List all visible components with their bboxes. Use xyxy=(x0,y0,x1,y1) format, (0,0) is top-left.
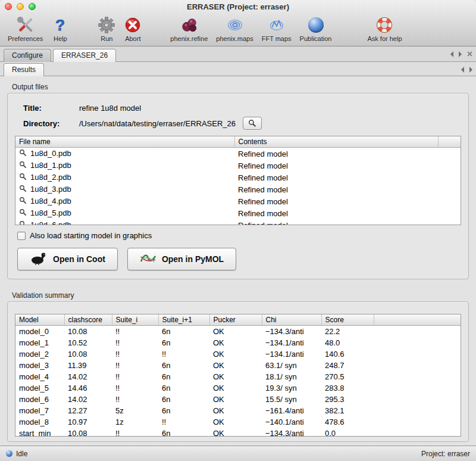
column-header[interactable]: Model xyxy=(15,314,64,326)
main-tabstrip: Configure ERRASER_26 xyxy=(0,46,476,62)
open-in-coot-label: Open in Coot xyxy=(53,254,105,264)
subtab-scroll-right-icon[interactable] xyxy=(469,67,472,73)
open-in-pymol-label: Open in PyMOL xyxy=(162,254,224,264)
output-files-table[interactable]: File nameContents 1u8d_0.pdbRefined mode… xyxy=(15,136,461,225)
validation-row[interactable]: model_810.971z!!OK−140.1/anti478.6 xyxy=(15,416,461,428)
toolbar-label: Help xyxy=(54,35,67,42)
magnifier-icon xyxy=(19,173,27,182)
phenix-maps-icon xyxy=(226,15,244,35)
output-files-groupbox: Title: refine 1u8d model Directory: /Use… xyxy=(7,93,469,279)
magnifier-icon xyxy=(19,220,27,225)
file-row[interactable]: 1u8d_4.pdbRefined model xyxy=(15,195,461,207)
toolbar-publication[interactable]: Publication xyxy=(296,15,336,42)
close-button[interactable] xyxy=(5,3,12,10)
results-tabstrip: Results xyxy=(0,62,476,76)
toolbar-run[interactable]: Run xyxy=(93,15,120,42)
directory-row: Directory: /Users/nat/data/testing/erras… xyxy=(23,117,453,130)
publication-icon xyxy=(308,15,324,35)
validation-table[interactable]: ModelclashscoreSuite_iSuite_i+1PuckerChi… xyxy=(15,314,461,437)
lifebuoy-icon xyxy=(375,15,393,35)
fft-maps-icon xyxy=(268,15,286,35)
open-in-coot-button[interactable]: Open in Coot xyxy=(17,248,118,270)
toolbar-label: Preferences xyxy=(8,35,43,42)
toolbar-label: phenix.refine xyxy=(170,35,208,42)
preferences-icon xyxy=(17,15,35,35)
toolbar-label: phenix.maps xyxy=(216,35,253,42)
column-header-filler xyxy=(438,136,461,148)
toolbar: Preferences ? Help xyxy=(0,13,476,46)
tab-scroll-left-icon[interactable] xyxy=(450,51,453,57)
column-header[interactable]: Score xyxy=(321,314,374,326)
tab-results[interactable]: Results xyxy=(4,63,44,76)
open-in-pymol-button[interactable]: Open in PyMOL xyxy=(127,248,236,270)
subtab-scroll-left-icon[interactable] xyxy=(461,67,464,73)
titlebar[interactable]: ERRASER (Project: erraser) xyxy=(0,0,476,13)
directory-value: /Users/nat/data/testing/erraser/ERRASER_… xyxy=(79,119,236,128)
toolbar-preferences[interactable]: Preferences xyxy=(4,15,47,42)
pymol-ribbon-icon xyxy=(140,252,156,267)
column-header[interactable]: File name xyxy=(15,136,234,148)
open-buttons-row: Open in Coot Open in PyMOL xyxy=(17,248,460,270)
column-header[interactable]: clashscore xyxy=(64,314,112,326)
run-icon xyxy=(98,15,115,35)
tab-scroll-right-icon[interactable] xyxy=(459,51,462,57)
validation-row[interactable]: model_514.46!!6nOK19.3/ syn283.8 xyxy=(15,382,461,394)
directory-label: Directory: xyxy=(23,119,79,128)
toolbar-label: Publication xyxy=(300,35,332,42)
validation-groupbox: ModelclashscoreSuite_iSuite_i+1PuckerChi… xyxy=(7,301,469,442)
column-header[interactable]: Pucker xyxy=(209,314,262,326)
load-starting-model-label: Also load starting model in graphics xyxy=(30,231,152,240)
column-header[interactable]: Contents xyxy=(234,136,438,148)
toolbar-label: Abort xyxy=(125,35,140,42)
toolbar-phenix-maps[interactable]: phenix.maps xyxy=(212,15,257,42)
column-header[interactable]: Suite_i xyxy=(112,314,158,326)
help-icon: ? xyxy=(51,15,69,35)
column-header[interactable]: Suite_i+1 xyxy=(158,314,209,326)
tab-controls xyxy=(450,49,472,61)
toolbar-ask-for-help[interactable]: Ask for help xyxy=(363,15,406,42)
toolbar-label: Run xyxy=(101,35,112,42)
toolbar-help[interactable]: ? Help xyxy=(47,15,73,42)
validation-row[interactable]: model_010.08!!6nOK−134.3/anti22.2 xyxy=(15,326,461,338)
validation-row[interactable]: model_414.02!!6nOK18.1/ syn270.5 xyxy=(15,371,461,382)
file-row[interactable]: 1u8d_1.pdbRefined model xyxy=(15,160,461,172)
title-label: Title: xyxy=(23,104,79,113)
file-row[interactable]: 1u8d_0.pdbRefined model xyxy=(15,148,461,160)
tab-configure[interactable]: Configure xyxy=(4,49,51,62)
toolbar-fft-maps[interactable]: FFT maps xyxy=(258,15,296,42)
toolbar-phenix-refine[interactable]: phenix.refine xyxy=(166,15,212,42)
toolbar-abort[interactable]: Abort xyxy=(120,15,146,42)
validation-row[interactable]: model_311.39!!6nOK63.1/ syn248.7 xyxy=(15,360,461,371)
window-chrome: ERRASER (Project: erraser) Preferences xyxy=(0,0,476,46)
minimize-button[interactable] xyxy=(17,3,24,10)
status-left: Idle xyxy=(6,450,27,458)
abort-icon xyxy=(124,15,142,35)
validation-row[interactable]: model_210.08!!!!OK−134.1/anti140.6 xyxy=(15,348,461,360)
toolbar-label: FFT maps xyxy=(262,35,292,42)
magnifier-icon xyxy=(19,161,27,170)
subtab-controls xyxy=(461,67,472,76)
validation-row[interactable]: model_614.02!!6nOK15.5/ syn295.3 xyxy=(15,394,461,405)
output-files-group-label: Output files xyxy=(12,83,469,91)
tab-erraser-26[interactable]: ERRASER_26 xyxy=(53,49,116,62)
validation-row[interactable]: model_712.275z6nOK−161.4/anti382.1 xyxy=(15,405,461,416)
browse-directory-button[interactable] xyxy=(243,117,262,130)
validation-row[interactable]: model_110.52!!6nOK−134.1/anti48.0 xyxy=(15,337,461,348)
validation-row[interactable]: start_min10.08!!6nOK−134.3/anti0.0 xyxy=(15,428,461,437)
load-starting-model-row: Also load starting model in graphics xyxy=(17,231,460,240)
magnifier-icon xyxy=(19,208,27,218)
phenix-refine-icon xyxy=(180,15,198,35)
status-project: Project: erraser xyxy=(421,450,470,458)
file-row[interactable]: 1u8d_5.pdbRefined model xyxy=(15,207,461,219)
file-row[interactable]: 1u8d_3.pdbRefined model xyxy=(15,183,461,195)
file-row[interactable]: 1u8d_6.pdbRefined model xyxy=(15,219,461,225)
output-files-table-body: 1u8d_0.pdbRefined model1u8d_1.pdbRefined… xyxy=(15,148,461,226)
tab-close-icon[interactable] xyxy=(467,49,472,58)
load-starting-model-checkbox[interactable] xyxy=(17,232,26,240)
file-row[interactable]: 1u8d_2.pdbRefined model xyxy=(15,172,461,183)
column-header-filler xyxy=(374,314,461,326)
statusbar: Idle Project: erraser xyxy=(0,446,476,461)
traffic-lights xyxy=(5,3,36,10)
column-header[interactable]: Chi xyxy=(262,314,321,326)
zoom-button[interactable] xyxy=(29,3,36,10)
